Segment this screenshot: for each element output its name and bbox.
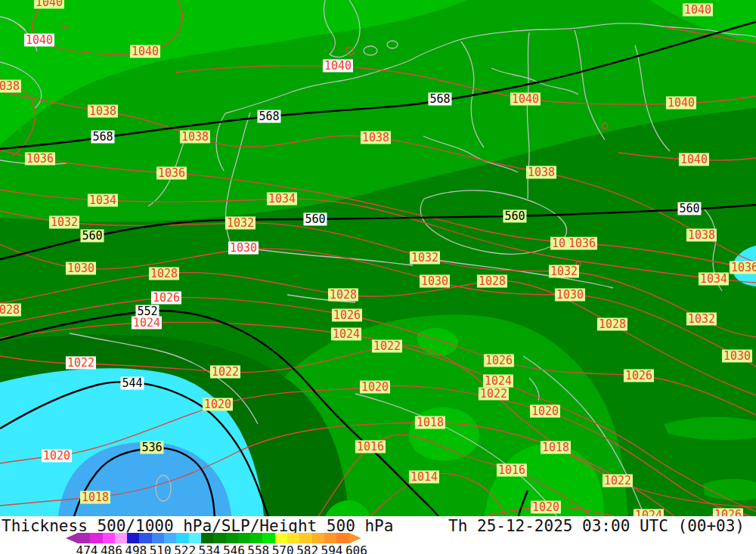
contour-label-1036: 1036 xyxy=(730,262,756,274)
colorbar-segment-6 xyxy=(152,533,164,543)
colorbar-segment-1 xyxy=(90,533,102,543)
colorbar-tick-498: 498 xyxy=(125,543,147,554)
contour-label-1020: 1020 xyxy=(530,405,560,418)
colorbar-segment-8 xyxy=(176,533,188,543)
contour-label-1034: 1034 xyxy=(267,193,297,206)
contour-label-552: 552 xyxy=(135,305,159,318)
contour-label-1024: 1024 xyxy=(483,375,513,388)
contour-label-544: 544 xyxy=(120,377,144,390)
colorbar-segment-14 xyxy=(250,533,262,543)
colorbar-tick-606: 606 xyxy=(345,543,367,554)
contour-label-1040: 1040 xyxy=(510,93,541,106)
contour-label-568: 568 xyxy=(428,93,451,106)
chart-datetime: Th 25-12-2025 03:00 UTC (00+03) xyxy=(448,517,745,535)
contour-label-1028: 1028 xyxy=(328,289,358,302)
contour-label-1040: 1040 xyxy=(24,34,54,47)
contour-label-1020: 1020 xyxy=(531,501,561,514)
contour-label-1036: 1036 xyxy=(25,153,55,166)
colorbar-tick-582: 582 xyxy=(296,543,318,554)
contour-label-1028: 1028 xyxy=(477,275,507,288)
contour-label-1024: 1024 xyxy=(634,509,664,517)
contour-label-10: 10 xyxy=(550,237,567,250)
contour-label-1028: 1028 xyxy=(597,318,627,331)
contour-label-1038: 1038 xyxy=(526,166,556,179)
colorbar-tick-594: 594 xyxy=(321,543,343,554)
contour-label-1030: 1030 xyxy=(66,262,96,275)
contour-label-1026: 1026 xyxy=(624,370,654,382)
colorbar-segment-10 xyxy=(201,533,213,543)
colorbar-tick-522: 522 xyxy=(174,543,196,554)
contour-label-1018: 1018 xyxy=(541,441,571,454)
weather-map: 1040104010401038103810361038103610401040… xyxy=(0,0,756,516)
contour-label-1040: 1040 xyxy=(34,0,64,9)
colorbar-tick-486: 486 xyxy=(101,543,122,554)
contour-label-1022: 1022 xyxy=(210,366,240,379)
contour-label-1030: 1030 xyxy=(228,242,259,255)
colorbar-segment-19 xyxy=(312,533,324,543)
contour-label-1022: 1022 xyxy=(603,475,633,487)
contour-label-1032: 1032 xyxy=(225,217,256,230)
colorbar-segment-15 xyxy=(262,533,274,543)
contour-label-1032: 1032 xyxy=(410,252,440,265)
contour-label-560: 560 xyxy=(677,203,701,215)
colorbar-segment-7 xyxy=(164,533,176,543)
contour-label-1024: 1024 xyxy=(132,317,162,330)
contour-label-1038: 1038 xyxy=(88,105,118,118)
colorbar-segment-4 xyxy=(127,533,139,543)
contour-label-536: 536 xyxy=(140,441,163,454)
contour-label-1022: 1022 xyxy=(479,388,509,401)
contour-label-1040: 1040 xyxy=(683,4,713,17)
contour-label-1040: 1040 xyxy=(666,97,696,110)
contour-label-560: 560 xyxy=(303,213,327,226)
colorbar-segment-0 xyxy=(78,533,90,543)
contour-labels-layer: 1040104010401038103810361038103610401040… xyxy=(0,0,756,516)
contour-label-568: 568 xyxy=(91,131,114,144)
colorbar-segment-11 xyxy=(213,533,225,543)
colorbar-segment-3 xyxy=(115,533,127,543)
colorbar-segment-13 xyxy=(238,533,250,543)
contour-label-1038: 1038 xyxy=(686,229,717,242)
contour-label-1032: 1032 xyxy=(686,313,717,326)
contour-label-1038: 1038 xyxy=(180,131,210,144)
colorbar-segment-16 xyxy=(275,533,287,543)
contour-label-1038: 1038 xyxy=(0,80,21,93)
contour-label-1022: 1022 xyxy=(372,340,402,353)
colorbar-segment-9 xyxy=(189,533,201,543)
contour-label-1038: 1038 xyxy=(361,132,391,144)
colorbar-segment-20 xyxy=(324,533,336,543)
contour-label-1026: 1026 xyxy=(484,354,514,367)
weather-chart-page: 1040104010401038103810361038103610401040… xyxy=(0,0,756,554)
colorbar-segment-2 xyxy=(103,533,115,543)
contour-label-1040: 1040 xyxy=(323,60,353,73)
contour-label-1022: 1022 xyxy=(66,357,96,370)
contour-label-1036: 1036 xyxy=(156,167,187,180)
colorbar-tick-534: 534 xyxy=(199,543,221,554)
colorbar-right-arrow xyxy=(349,533,361,543)
contour-label-1028: 1028 xyxy=(0,304,21,317)
colorbar-segment-18 xyxy=(299,533,311,543)
colorbar-segment-21 xyxy=(336,533,349,543)
footer: Thickness 500/1000 hPa/SLP/Height 500 hP… xyxy=(0,516,756,554)
contour-label-1016: 1016 xyxy=(355,441,386,453)
colorbar-left-arrow xyxy=(66,533,78,543)
contour-label-560: 560 xyxy=(503,210,526,223)
contour-label-1014: 1014 xyxy=(409,471,439,484)
contour-label-1020: 1020 xyxy=(360,381,390,394)
contour-label-1034: 1034 xyxy=(699,273,729,286)
contour-label-1026: 1026 xyxy=(713,509,743,517)
contour-label-1020: 1020 xyxy=(42,450,72,463)
contour-label-1030: 1030 xyxy=(420,275,450,288)
thickness-colorbar xyxy=(66,533,361,543)
contour-label-1032: 1032 xyxy=(49,216,79,229)
contour-label-568: 568 xyxy=(257,110,280,123)
contour-label-1040: 1040 xyxy=(679,153,709,166)
contour-label-1030: 1030 xyxy=(555,289,585,302)
contour-label-1030: 1030 xyxy=(722,350,752,363)
colorbar-tick-570: 570 xyxy=(272,543,294,554)
contour-label-1018: 1018 xyxy=(80,491,110,504)
contour-label-1026: 1026 xyxy=(151,292,181,305)
contour-label-1026: 1026 xyxy=(332,309,362,322)
contour-label-1018: 1018 xyxy=(415,416,445,429)
colorbar-segment-12 xyxy=(226,533,238,543)
contour-label-1024: 1024 xyxy=(331,328,361,341)
